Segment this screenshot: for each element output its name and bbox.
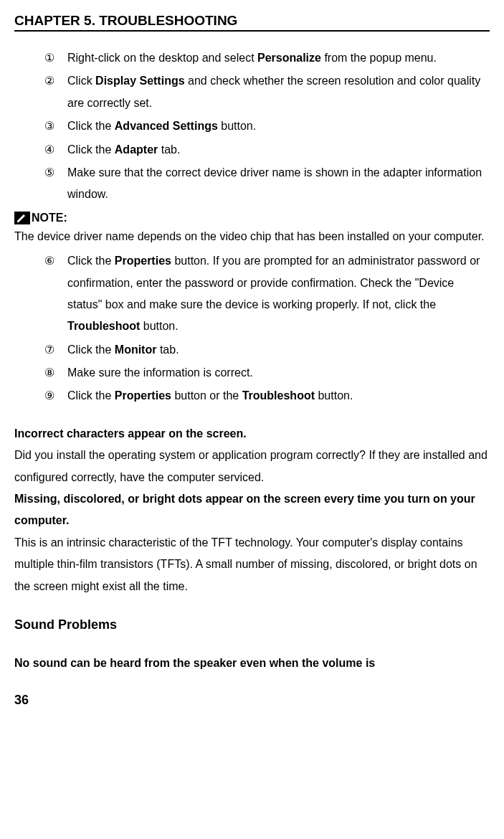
list-marker: ② <box>44 70 67 92</box>
issue-body: Did you install the operating system or … <box>14 445 490 488</box>
seg-bold: Monitor <box>115 343 157 356</box>
text-post: from the popup menu. <box>321 52 437 64</box>
issue-heading: No sound can be heard from the speaker e… <box>14 653 490 674</box>
document-page: CHAPTER 5. TROUBLESHOOTING ① Right-click… <box>0 0 504 722</box>
list-marker: ① <box>44 47 67 69</box>
text-bold: Adapter <box>115 143 158 156</box>
seg: button. <box>140 320 178 332</box>
list-text: Make sure that the correct device driver… <box>67 162 490 206</box>
list-item: ⑦ Click the Monitor tab. <box>44 339 490 361</box>
text-bold: Personalize <box>257 52 321 64</box>
seg: Click the <box>67 389 115 402</box>
note-label: NOTE: <box>32 212 67 224</box>
seg: button or the <box>171 389 242 402</box>
list-text: Click Display Settings and check whether… <box>67 70 490 114</box>
pencil-note-icon <box>14 212 30 224</box>
seg: tab. <box>156 343 179 356</box>
chapter-header: CHAPTER 5. TROUBLESHOOTING <box>14 13 490 32</box>
seg-bold: Troubleshoot <box>242 389 315 402</box>
list-text: Click the Monitor tab. <box>67 339 490 361</box>
list-marker: ⑨ <box>44 385 67 407</box>
list-text: Click the Properties button or the Troub… <box>67 385 490 407</box>
list-text: Click the Adapter tab. <box>67 139 490 161</box>
list-marker: ⑧ <box>44 362 67 384</box>
list-item: ⑥ Click the Properties button. If you ar… <box>44 250 490 338</box>
seg-bold: Properties <box>115 255 171 267</box>
list-item: ① Right-click on the desktop and select … <box>44 47 490 69</box>
seg: Make sure the information is correct. <box>67 366 253 379</box>
list-marker: ④ <box>44 139 67 161</box>
text-pre: Click <box>67 75 95 87</box>
list-item: ⑧ Make sure the information is correct. <box>44 362 490 384</box>
text-bold: Display Settings <box>95 75 184 87</box>
list-text: Click the Properties button. If you are … <box>67 250 490 338</box>
section-title: Sound Problems <box>14 617 490 632</box>
issue-heading: Incorrect characters appear on the scree… <box>14 423 490 445</box>
page-number: 36 <box>14 693 490 708</box>
list-text: Right-click on the desktop and select Pe… <box>67 47 490 69</box>
list-item: ② Click Display Settings and check wheth… <box>44 70 490 114</box>
seg: Click the <box>67 255 115 267</box>
list-item: ⑨ Click the Properties button or the Tro… <box>44 385 490 407</box>
seg: Click the <box>67 343 115 356</box>
list-marker: ⑤ <box>44 162 67 184</box>
text-pre: Right-click on the desktop and select <box>67 52 257 64</box>
seg: button. <box>315 389 353 402</box>
instruction-list-1: ① Right-click on the desktop and select … <box>14 47 490 206</box>
text-post: button. <box>218 120 256 132</box>
instruction-list-2: ⑥ Click the Properties button. If you ar… <box>14 250 490 407</box>
list-marker: ③ <box>44 115 67 137</box>
text-pre: Click the <box>67 143 115 156</box>
list-item: ③ Click the Advanced Settings button. <box>44 115 490 137</box>
list-item: ⑤ Make sure that the correct device driv… <box>44 162 490 206</box>
list-marker: ⑦ <box>44 339 67 361</box>
text-pre: Make sure that the correct device driver… <box>67 166 482 200</box>
seg-bold: Properties <box>115 389 171 402</box>
list-item: ④ Click the Adapter tab. <box>44 139 490 161</box>
text-pre: Click the <box>67 120 115 132</box>
text-post: tab. <box>158 143 180 156</box>
issue-block: Incorrect characters appear on the scree… <box>14 423 490 597</box>
seg-bold: Troubleshoot <box>67 320 140 332</box>
list-marker: ⑥ <box>44 250 67 272</box>
issue-body: This is an intrinsic characteristic of t… <box>14 532 490 597</box>
note-body: The device driver name depends on the vi… <box>14 226 490 247</box>
note-header: NOTE: <box>14 212 490 224</box>
list-text: Make sure the information is correct. <box>67 362 490 384</box>
list-text: Click the Advanced Settings button. <box>67 115 490 137</box>
issue-heading: Missing, discolored, or bright dots appe… <box>14 488 490 532</box>
text-bold: Advanced Settings <box>115 120 218 132</box>
